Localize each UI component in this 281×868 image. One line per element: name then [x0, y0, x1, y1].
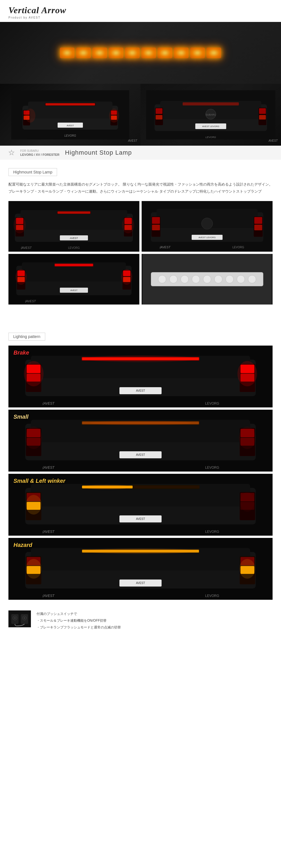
svg-text:⟨AVEST: ⟨AVEST: [42, 594, 55, 598]
section-box-label: Highmount Stop Lamp: [8, 168, 57, 176]
svg-point-47: [13, 217, 26, 234]
svg-rect-42: [58, 212, 90, 214]
led-segment-2: [76, 48, 91, 58]
svg-text:⟨AVEST: ⟨AVEST: [21, 246, 32, 249]
product-image-4: [142, 254, 273, 305]
logo-subtitle: Product by AVEST: [8, 16, 273, 19]
svg-point-162: [26, 559, 41, 579]
svg-point-126: [239, 427, 256, 449]
lighting-pattern-label: Lighting pattern: [8, 333, 45, 341]
mode-label-hazard: Hazard: [13, 542, 32, 548]
led-segment-9: [190, 48, 205, 58]
svg-text:AVEST: AVEST: [136, 389, 145, 392]
brand-tag: for SUBARU LEVORG / XV / FORESTER Highmo…: [0, 146, 281, 160]
white-gap: [0, 316, 281, 324]
car-right-svg: SUBARU AVEST LEVORG LEVORG: [146, 90, 275, 140]
svg-text:LEVORG: LEVORG: [205, 530, 219, 534]
svg-rect-73: [55, 264, 93, 266]
svg-text:AVEST: AVEST: [136, 453, 145, 456]
avest-badge-right: AVEST: [269, 139, 278, 142]
footer-text-block: 付属のプッシュスイッチで ・スモール＆ブレーキ連動機能をON/OFF切替 ・ブレ…: [36, 611, 121, 631]
footer-icon-area: [8, 611, 31, 627]
svg-text:AVEST: AVEST: [70, 289, 77, 291]
product-main-title: Highmount Stop Lamp: [65, 149, 132, 156]
svg-point-169: [23, 617, 26, 619]
car-image-right: SUBARU AVEST LEVORG LEVORG AVEST: [140, 84, 281, 146]
svg-point-120: [90, 421, 191, 425]
led-segment-3: [92, 48, 107, 58]
mode-card-brake: Brake AVE: [8, 346, 273, 407]
svg-text:⟨AVEST: ⟨AVEST: [42, 530, 55, 534]
hazard-svg: AVEST ⟨AVEST LEVORG: [8, 538, 273, 600]
svg-point-14: [25, 108, 35, 123]
svg-rect-28: [259, 115, 266, 120]
avest-badge-left: AVEST: [128, 139, 137, 142]
svg-text:LEVORG: LEVORG: [232, 246, 244, 249]
svg-text:⟨AVEST: ⟨AVEST: [42, 466, 55, 470]
svg-text:LEVORG: LEVORG: [68, 246, 80, 249]
svg-text:AVEST: AVEST: [136, 517, 145, 521]
svg-point-87: [214, 275, 222, 283]
mode-label-brake: Brake: [13, 349, 29, 356]
hero-led-strip: [60, 48, 221, 58]
svg-point-89: [237, 275, 245, 283]
brand-models: LEVORG / XV / FORESTER: [20, 153, 59, 156]
svg-text:LEVORG: LEVORG: [205, 594, 219, 598]
svg-point-102: [84, 355, 197, 362]
svg-point-82: [158, 275, 166, 283]
hero-image: [0, 22, 281, 84]
svg-rect-57: [254, 225, 262, 230]
footer-intro: 付属のプッシュスイッチで: [36, 611, 121, 617]
main-content: Highmount Stop Lamp 配置可能なエリアに最大限並べた立体面構造…: [0, 160, 281, 316]
svg-point-83: [169, 275, 177, 283]
svg-point-108: [238, 361, 257, 386]
svg-point-86: [203, 275, 211, 283]
footer-bullet-2: ・ブレーキランプフラッシュモードと通常の点滅の切替: [36, 624, 121, 631]
svg-text:AVEST: AVEST: [70, 237, 78, 240]
svg-text:AVEST LEVORG: AVEST LEVORG: [198, 236, 216, 239]
svg-point-84: [181, 275, 189, 283]
svg-rect-24: [156, 108, 162, 114]
led-segment-5: [125, 48, 139, 58]
svg-point-15: [109, 108, 119, 123]
lighting-section: Lighting pattern Brake: [0, 324, 281, 605]
svg-rect-54: [152, 225, 160, 230]
mode-card-small-left-winker: Small & Left winker: [8, 474, 273, 536]
led-segment-8: [174, 48, 189, 58]
product-image-grid: AVEST ⟨AVEST LEVORG AVEST LEVO: [8, 201, 273, 305]
brand-tag-info: for SUBARU LEVORG / XV / FORESTER: [20, 149, 59, 156]
svg-text:AVEST LEVORG: AVEST LEVORG: [202, 125, 219, 128]
led-segment-6: [142, 48, 156, 58]
svg-point-90: [248, 275, 256, 283]
car-left-svg: AVEST LEVORG: [11, 90, 129, 140]
svg-point-85: [192, 275, 200, 283]
svg-rect-29: [183, 102, 239, 105]
svg-point-78: [121, 269, 132, 285]
svg-point-48: [122, 217, 134, 234]
car-images-row: AVEST LEVORG AVEST SUBARU AVEST LEVORG: [0, 84, 281, 146]
svg-marker-31: [9, 150, 14, 155]
header: Vertical Arrow Product by AVEST: [0, 0, 281, 22]
svg-rect-53: [152, 217, 160, 224]
mode-scene-hazard: AVEST ⟨AVEST LEVORG: [8, 538, 273, 600]
svg-text:AVEST: AVEST: [67, 124, 74, 127]
push-switch-icon: [10, 611, 30, 627]
logo-title: Vertical Arrow: [8, 5, 273, 16]
svg-point-144: [26, 495, 41, 515]
svg-point-88: [226, 275, 233, 283]
led-segment-4: [109, 48, 123, 58]
mode-card-small: Small AVEST ⟨AVEST: [8, 410, 273, 471]
svg-text:⟨AVEST: ⟨AVEST: [159, 245, 171, 249]
svg-point-107: [24, 361, 43, 386]
svg-text:LEVORG: LEVORG: [205, 402, 219, 405]
led-segment-10: [207, 48, 221, 58]
product-svg-4: [142, 254, 273, 305]
led-segment-1: [60, 48, 74, 58]
svg-text:⟨AVEST: ⟨AVEST: [25, 300, 36, 303]
for-label: for SUBARU: [20, 149, 59, 152]
footer-bullet-1: ・スモール＆ブレーキ連動機能をON/OFF切替: [36, 617, 121, 624]
svg-text:⟨AVEST: ⟨AVEST: [42, 402, 55, 405]
mode-label-small-left-winker: Small & Left winker: [13, 478, 65, 484]
svg-point-166: [14, 617, 16, 619]
description-text: 配置可能なエリアに最大限並べた立体面構造のセグメントブロック。 限りなく均一な面…: [8, 181, 273, 195]
